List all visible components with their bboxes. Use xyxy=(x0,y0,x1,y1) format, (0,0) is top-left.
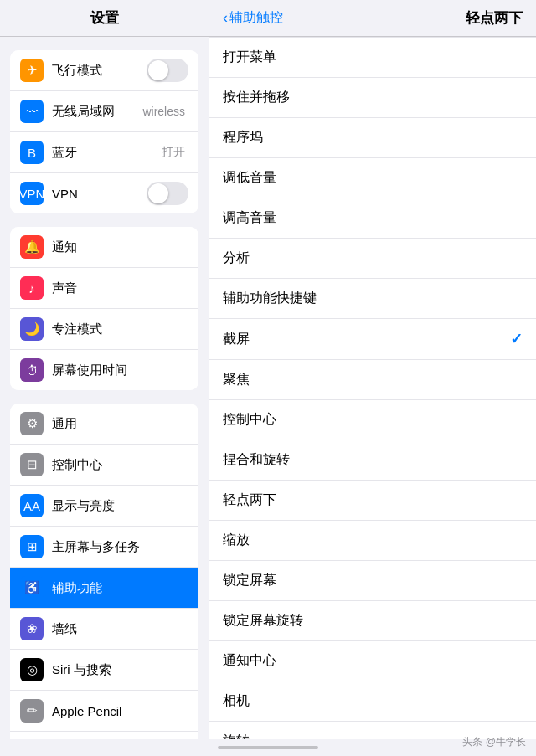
sidebar-item-display[interactable]: AA显示与亮度 xyxy=(10,486,198,527)
homescreen-label: 主屏幕与多任务 xyxy=(52,539,188,555)
wifi-value: wireless xyxy=(142,105,185,118)
settings-sidebar: ✈飞行模式〰无线局域网wirelessB蓝牙打开VPNVPN🔔通知♪声音🌙专注模… xyxy=(0,37,209,739)
home-indicator xyxy=(218,746,318,749)
right-item-label-lock_rotation: 锁定屏幕旋转 xyxy=(223,612,303,630)
header: 设置 ‹ 辅助触控 轻点两下 xyxy=(0,0,536,37)
sidebar-item-screentime[interactable]: ⏱屏幕使用时间 xyxy=(10,350,198,390)
wallpaper-icon: ❀ xyxy=(20,617,44,640)
right-item-label-press_drag: 按住并拖移 xyxy=(223,89,290,106)
airplane-toggle[interactable] xyxy=(147,59,188,82)
homescreen-icon: ⊞ xyxy=(20,535,44,558)
vpn-icon: VPN xyxy=(20,182,44,205)
display-icon: AA xyxy=(20,494,44,517)
bottom-bar xyxy=(0,739,536,756)
bluetooth-label: 蓝牙 xyxy=(52,145,162,161)
sidebar-group-1: 🔔通知♪声音🌙专注模式⏱屏幕使用时间 xyxy=(0,227,209,390)
sidebar-item-focus[interactable]: 🌙专注模式 xyxy=(10,309,198,350)
siri-icon: ◎ xyxy=(20,658,44,681)
sidebar-item-wifi[interactable]: 〰无线局域网wireless xyxy=(10,91,198,132)
back-chevron-icon: ‹ xyxy=(223,9,228,27)
right-item-screenshot[interactable]: 截屏✓ xyxy=(209,319,536,360)
right-item-focus_item[interactable]: 聚焦 xyxy=(209,360,536,400)
right-item-notification_center[interactable]: 通知中心 xyxy=(209,641,536,681)
right-item-label-focus_item: 聚焦 xyxy=(223,371,250,388)
right-item-press_drag[interactable]: 按住并拖移 xyxy=(209,78,536,118)
sidebar-item-airplane[interactable]: ✈飞行模式 xyxy=(10,50,198,91)
screentime-label: 屏幕使用时间 xyxy=(52,363,188,378)
right-item-label-shortcut: 辅助功能快捷键 xyxy=(223,290,317,307)
notification-label: 通知 xyxy=(52,239,188,255)
right-item-open_menu[interactable]: 打开菜单 xyxy=(209,37,536,78)
watermark: 头条 @牛学长 xyxy=(462,735,526,739)
right-item-shortcut[interactable]: 辅助功能快捷键 xyxy=(209,279,536,319)
sidebar-group-2: ⚙通用⊟控制中心AA显示与亮度⊞主屏幕与多任务♿辅助功能❀墙纸◎Siri 与搜索… xyxy=(0,404,209,739)
wifi-icon: 〰 xyxy=(20,100,44,123)
right-item-label-rotate: 旋转 xyxy=(223,733,250,739)
right-item-label-open_menu: 打开菜单 xyxy=(223,49,276,66)
siri-label: Siri 与搜索 xyxy=(52,662,188,678)
sidebar-item-pencil[interactable]: ✏Apple Pencil xyxy=(10,691,198,732)
screentime-icon: ⏱ xyxy=(20,358,44,382)
sidebar-card-2: ⚙通用⊟控制中心AA显示与亮度⊞主屏幕与多任务♿辅助功能❀墙纸◎Siri 与搜索… xyxy=(10,404,198,739)
display-label: 显示与亮度 xyxy=(52,498,188,514)
sidebar-card-1: 🔔通知♪声音🌙专注模式⏱屏幕使用时间 xyxy=(10,227,198,390)
right-item-label-screenshot: 截屏 xyxy=(223,331,250,348)
sidebar-item-wallpaper[interactable]: ❀墙纸 xyxy=(10,609,198,650)
right-item-label-notification_center: 通知中心 xyxy=(223,652,276,670)
airplane-icon: ✈ xyxy=(20,59,44,82)
right-item-control_center[interactable]: 控制中心 xyxy=(209,400,536,440)
right-item-program_code[interactable]: 程序坞 xyxy=(209,118,536,158)
general-label: 通用 xyxy=(52,416,188,432)
right-item-lock_screen[interactable]: 锁定屏幕 xyxy=(209,561,536,601)
notification-icon: 🔔 xyxy=(20,235,44,259)
sidebar-item-sound[interactable]: ♪声音 xyxy=(10,268,198,309)
right-item-vol_up[interactable]: 调高音量 xyxy=(209,198,536,239)
sidebar-title: 设置 xyxy=(0,0,209,36)
controlcenter-label: 控制中心 xyxy=(52,457,188,473)
right-item-pinch_rotate[interactable]: 捏合和旋转 xyxy=(209,440,536,481)
right-item-double_tap[interactable]: 轻点两下 xyxy=(209,481,536,521)
sidebar-item-touchid[interactable]: ⬡触控 ID 与密码 xyxy=(10,732,198,739)
sidebar-item-bluetooth[interactable]: B蓝牙打开 xyxy=(10,132,198,173)
sidebar-item-controlcenter[interactable]: ⊟控制中心 xyxy=(10,445,198,486)
checkmark-screenshot: ✓ xyxy=(510,330,523,348)
right-item-label-analytics: 分析 xyxy=(223,249,250,267)
right-panel-title: 轻点两下 xyxy=(466,8,523,28)
main-content: ✈飞行模式〰无线局域网wirelessB蓝牙打开VPNVPN🔔通知♪声音🌙专注模… xyxy=(0,37,536,739)
sidebar-item-general[interactable]: ⚙通用 xyxy=(10,404,198,445)
back-button[interactable]: ‹ 辅助触控 xyxy=(223,9,283,27)
focus-label: 专注模式 xyxy=(52,321,188,337)
sidebar-item-notification[interactable]: 🔔通知 xyxy=(10,227,198,268)
wifi-label: 无线局域网 xyxy=(52,104,142,120)
right-item-label-lock_screen: 锁定屏幕 xyxy=(223,572,276,589)
right-item-label-pinch_rotate: 捏合和旋转 xyxy=(223,451,290,469)
general-icon: ⚙ xyxy=(20,412,44,435)
pencil-label: Apple Pencil xyxy=(52,704,188,718)
right-item-lock_rotation[interactable]: 锁定屏幕旋转 xyxy=(209,601,536,641)
right-item-zoom[interactable]: 缩放 xyxy=(209,521,536,561)
sidebar-item-siri[interactable]: ◎Siri 与搜索 xyxy=(10,650,198,691)
vpn-toggle[interactable] xyxy=(147,182,188,205)
bluetooth-icon: B xyxy=(20,141,44,164)
right-item-label-vol_up: 调高音量 xyxy=(223,209,276,227)
sidebar-item-accessibility[interactable]: ♿辅助功能 xyxy=(10,568,198,609)
sound-label: 声音 xyxy=(52,280,188,296)
sidebar-item-homescreen[interactable]: ⊞主屏幕与多任务 xyxy=(10,527,198,568)
controlcenter-icon: ⊟ xyxy=(20,453,44,476)
header-right: ‹ 辅助触控 轻点两下 xyxy=(209,0,536,36)
right-item-label-control_center: 控制中心 xyxy=(223,411,276,429)
sound-icon: ♪ xyxy=(20,276,44,300)
right-item-label-double_tap: 轻点两下 xyxy=(223,491,276,509)
right-item-label-vol_down: 调低音量 xyxy=(223,169,276,187)
bluetooth-value: 打开 xyxy=(162,145,185,160)
right-item-label-zoom: 缩放 xyxy=(223,532,250,549)
sidebar-item-vpn[interactable]: VPNVPN xyxy=(10,173,198,213)
sidebar-card-0: ✈飞行模式〰无线局域网wirelessB蓝牙打开VPNVPN xyxy=(10,50,198,213)
right-item-vol_down[interactable]: 调低音量 xyxy=(209,158,536,198)
airplane-label: 飞行模式 xyxy=(52,63,147,79)
right-panel: 打开菜单按住并拖移程序坞调低音量调高音量分析辅助功能快捷键截屏✓聚焦控制中心捏合… xyxy=(209,37,536,739)
right-item-analytics[interactable]: 分析 xyxy=(209,239,536,279)
right-item-camera[interactable]: 相机 xyxy=(209,681,536,722)
right-items-list: 打开菜单按住并拖移程序坞调低音量调高音量分析辅助功能快捷键截屏✓聚焦控制中心捏合… xyxy=(209,37,536,739)
vpn-label: VPN xyxy=(52,187,147,201)
